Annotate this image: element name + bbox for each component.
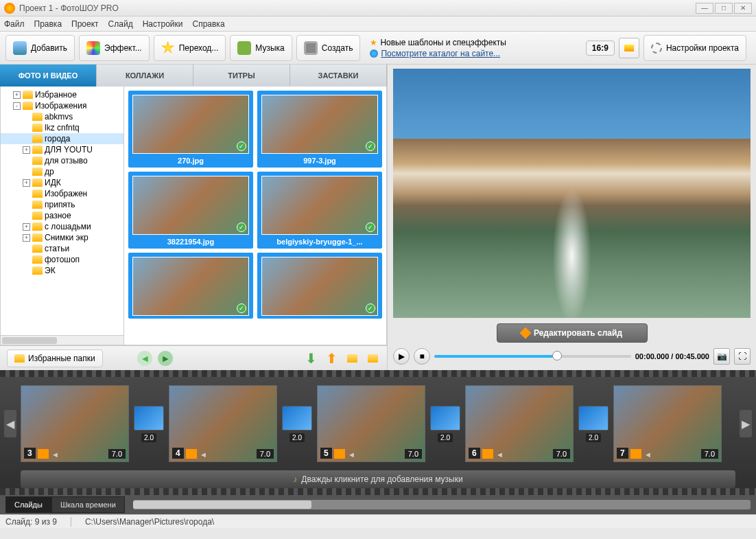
play-button[interactable]: ▶ bbox=[393, 348, 410, 365]
thumbnail-grid[interactable]: ✓270.jpg✓997-3.jpg✓38221954.jpg✓belgiysk… bbox=[124, 87, 386, 345]
stop-button[interactable]: ■ bbox=[414, 348, 430, 365]
tab-timescale[interactable]: Шкала времени bbox=[51, 496, 125, 513]
menu-file[interactable]: Файл bbox=[4, 19, 25, 29]
timeline-slide[interactable]: 6◄7.0 bbox=[465, 385, 574, 462]
timeline-slide[interactable]: 7◄7.0 bbox=[613, 385, 722, 462]
tree-item[interactable]: фотошоп bbox=[1, 254, 123, 265]
menu-project[interactable]: Проект bbox=[71, 19, 99, 29]
tree-item[interactable]: +ДЛЯ YOUTU bbox=[1, 144, 123, 155]
fullscreen-button[interactable]: ⛶ bbox=[734, 348, 751, 365]
tree-item[interactable]: Изображен bbox=[1, 188, 123, 199]
menu-slide[interactable]: Слайд bbox=[108, 19, 133, 29]
timeline-slide[interactable]: 4◄7.0 bbox=[169, 385, 277, 462]
audio-track[interactable]: ♪ Дважды кликните для добавления музыки bbox=[21, 470, 735, 488]
music-button[interactable]: Музыка bbox=[230, 35, 292, 61]
tree-item[interactable]: др bbox=[1, 166, 123, 177]
slide-edit-icon[interactable] bbox=[186, 449, 197, 459]
check-icon: ✓ bbox=[237, 141, 246, 151]
browser-toolbar: Избранные папки ◄ ► ⬇ ⬆ bbox=[0, 345, 387, 370]
slide-edit-icon[interactable] bbox=[334, 449, 345, 459]
transition-icon bbox=[282, 406, 312, 431]
thumbnail[interactable]: ✓38221954.jpg bbox=[128, 172, 253, 249]
timeline-slide[interactable]: 5◄7.0 bbox=[317, 385, 425, 462]
menu-help[interactable]: Справка bbox=[192, 19, 224, 29]
tree-item[interactable]: для отзыво bbox=[1, 155, 123, 166]
transition[interactable]: 2.0 bbox=[281, 406, 313, 442]
timeline-scrollbar[interactable] bbox=[133, 500, 751, 509]
tree-item[interactable]: ЭК bbox=[1, 265, 123, 276]
tab-photo-video[interactable]: ФОТО И ВИДЕО bbox=[0, 65, 97, 87]
favorite-folders-button[interactable]: Избранные папки bbox=[7, 349, 103, 367]
thumbnail[interactable]: ✓997-3.jpg bbox=[257, 91, 382, 168]
transition[interactable]: 2.0 bbox=[133, 406, 165, 442]
tab-collages[interactable]: КОЛЛАЖИ bbox=[97, 65, 193, 87]
timeline-slide[interactable]: 3◄7.0 bbox=[21, 385, 129, 462]
slide-edit-icon[interactable] bbox=[482, 449, 493, 459]
tree-item[interactable]: разное bbox=[1, 210, 123, 221]
tree-item[interactable]: lkz cnfntq bbox=[1, 122, 123, 133]
nav-forward-button[interactable]: ► bbox=[158, 351, 173, 366]
music-note-icon bbox=[237, 41, 251, 55]
tree-item[interactable]: -Изображения bbox=[1, 100, 123, 111]
slide-duration: 7.0 bbox=[257, 449, 274, 459]
slide-edit-icon[interactable] bbox=[630, 449, 641, 459]
tree-item[interactable]: +Избранное bbox=[1, 89, 123, 100]
tree-item[interactable]: +Снимки экр bbox=[1, 232, 123, 243]
preview-viewport[interactable] bbox=[393, 69, 751, 318]
tree-item[interactable]: припять bbox=[1, 199, 123, 210]
thumbnail[interactable]: ✓belgiyskiy-bryugge-1_... bbox=[257, 172, 382, 249]
up-button[interactable]: ⬆ bbox=[324, 351, 339, 366]
thumbnail[interactable]: ✓ bbox=[257, 253, 382, 319]
status-slide-count: Слайд: 9 из 9 bbox=[5, 517, 57, 527]
transitions-button[interactable]: Переход... bbox=[154, 35, 226, 61]
project-settings-button[interactable]: Настройки проекта bbox=[643, 35, 746, 61]
timeline-next-button[interactable]: ▶ bbox=[740, 410, 752, 437]
minimize-button[interactable]: — bbox=[696, 3, 713, 14]
transition[interactable]: 2.0 bbox=[429, 406, 461, 442]
thumbnail[interactable]: ✓270.jpg bbox=[128, 91, 253, 168]
edit-slide-button[interactable]: Редактировать слайд bbox=[497, 323, 648, 343]
content-tabs: ФОТО И ВИДЕО КОЛЛАЖИ ТИТРЫ ЗАСТАВКИ bbox=[0, 65, 387, 87]
create-button[interactable]: Создать bbox=[296, 35, 361, 61]
background-button[interactable] bbox=[619, 38, 639, 58]
folder-tree[interactable]: +Избранное-Изображенияabkmvslkz cnfntqго… bbox=[1, 87, 124, 345]
slide-duration: 7.0 bbox=[701, 449, 718, 459]
transition[interactable]: 2.0 bbox=[578, 406, 609, 442]
slide-edit-icon[interactable] bbox=[38, 449, 49, 459]
tree-item[interactable]: +ИДК bbox=[1, 177, 123, 188]
maximize-button[interactable]: □ bbox=[715, 3, 733, 14]
add-folder-button[interactable] bbox=[344, 351, 359, 366]
tab-titles[interactable]: ТИТРЫ bbox=[193, 65, 290, 87]
titlebar: Проект 1 - ФотоШОУ PRO — □ ✕ bbox=[0, 0, 756, 16]
tree-item[interactable]: +с лошадьми bbox=[1, 221, 123, 232]
tab-intros[interactable]: ЗАСТАВКИ bbox=[290, 65, 387, 87]
tree-scrollbar[interactable] bbox=[1, 335, 123, 345]
close-button[interactable]: ✕ bbox=[734, 3, 752, 14]
thumb-image: ✓ bbox=[261, 257, 378, 316]
import-button[interactable]: ⬇ bbox=[303, 351, 318, 366]
thumb-image: ✓ bbox=[261, 176, 378, 235]
timeline-prev-button[interactable]: ◀ bbox=[4, 410, 16, 437]
playback-slider[interactable] bbox=[434, 355, 631, 358]
slides-strip[interactable]: ◀ 3◄7.02.04◄7.02.05◄7.02.06◄7.02.07◄7.0 … bbox=[0, 377, 756, 470]
catalog-link[interactable]: Посмотрите каталог на сайте... bbox=[381, 49, 500, 58]
thumbnail[interactable]: ✓ bbox=[128, 253, 253, 319]
tree-item[interactable]: статьи bbox=[1, 243, 123, 254]
slider-knob[interactable] bbox=[552, 351, 562, 360]
aspect-ratio-button[interactable]: 16:9 bbox=[586, 41, 615, 56]
globe-icon bbox=[370, 49, 378, 58]
menu-settings[interactable]: Настройки bbox=[143, 19, 183, 29]
tree-item[interactable]: abkmvs bbox=[1, 111, 123, 122]
add-button[interactable]: Добавить bbox=[5, 35, 75, 61]
snapshot-button[interactable]: 📷 bbox=[713, 348, 730, 365]
nav-back-button[interactable]: ◄ bbox=[137, 351, 152, 366]
menu-edit[interactable]: Правка bbox=[34, 19, 62, 29]
tab-slides[interactable]: Слайды bbox=[5, 496, 51, 513]
effects-button[interactable]: Эффект... bbox=[79, 35, 150, 61]
palette-icon bbox=[86, 41, 100, 55]
open-folder-button[interactable] bbox=[365, 351, 380, 366]
tree-item[interactable]: города bbox=[1, 133, 123, 144]
folder-icon bbox=[14, 354, 25, 363]
folder-icon bbox=[32, 157, 43, 165]
check-icon: ✓ bbox=[366, 141, 375, 151]
